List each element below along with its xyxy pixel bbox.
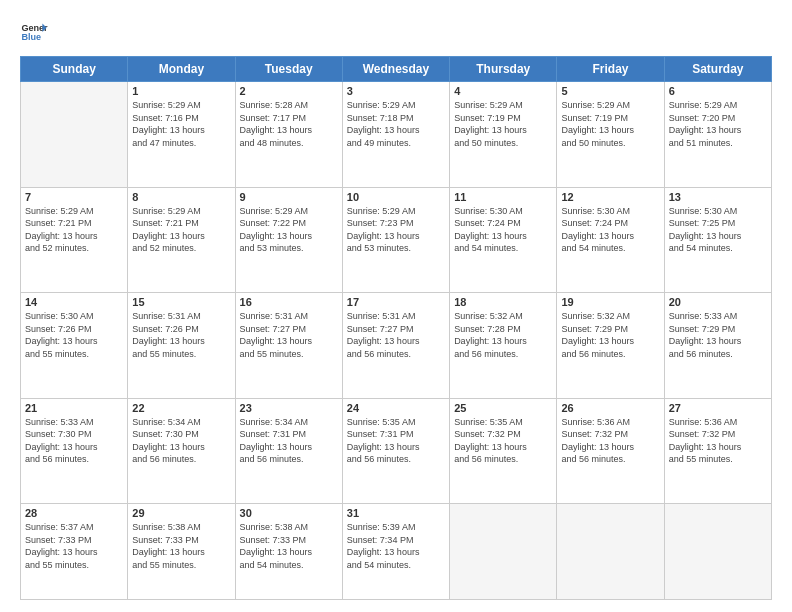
calendar-week-row: 28Sunrise: 5:37 AM Sunset: 7:33 PM Dayli… — [21, 504, 772, 600]
day-info: Sunrise: 5:31 AM Sunset: 7:26 PM Dayligh… — [132, 310, 230, 360]
calendar-cell: 3Sunrise: 5:29 AM Sunset: 7:18 PM Daylig… — [342, 82, 449, 188]
day-number: 6 — [669, 85, 767, 97]
calendar-cell: 30Sunrise: 5:38 AM Sunset: 7:33 PM Dayli… — [235, 504, 342, 600]
header: General Blue — [20, 18, 772, 46]
day-info: Sunrise: 5:38 AM Sunset: 7:33 PM Dayligh… — [240, 521, 338, 571]
weekday-header: Tuesday — [235, 57, 342, 82]
day-number: 1 — [132, 85, 230, 97]
calendar-cell: 29Sunrise: 5:38 AM Sunset: 7:33 PM Dayli… — [128, 504, 235, 600]
calendar-cell: 15Sunrise: 5:31 AM Sunset: 7:26 PM Dayli… — [128, 293, 235, 399]
day-info: Sunrise: 5:30 AM Sunset: 7:25 PM Dayligh… — [669, 205, 767, 255]
day-number: 10 — [347, 191, 445, 203]
calendar-cell: 2Sunrise: 5:28 AM Sunset: 7:17 PM Daylig… — [235, 82, 342, 188]
calendar-cell: 17Sunrise: 5:31 AM Sunset: 7:27 PM Dayli… — [342, 293, 449, 399]
day-number: 8 — [132, 191, 230, 203]
day-info: Sunrise: 5:31 AM Sunset: 7:27 PM Dayligh… — [347, 310, 445, 360]
day-info: Sunrise: 5:29 AM Sunset: 7:19 PM Dayligh… — [561, 99, 659, 149]
calendar-cell: 6Sunrise: 5:29 AM Sunset: 7:20 PM Daylig… — [664, 82, 771, 188]
calendar-cell: 11Sunrise: 5:30 AM Sunset: 7:24 PM Dayli… — [450, 187, 557, 293]
day-number: 17 — [347, 296, 445, 308]
day-number: 22 — [132, 402, 230, 414]
day-number: 23 — [240, 402, 338, 414]
day-info: Sunrise: 5:32 AM Sunset: 7:29 PM Dayligh… — [561, 310, 659, 360]
calendar-cell: 27Sunrise: 5:36 AM Sunset: 7:32 PM Dayli… — [664, 398, 771, 504]
calendar-cell: 8Sunrise: 5:29 AM Sunset: 7:21 PM Daylig… — [128, 187, 235, 293]
weekday-header: Monday — [128, 57, 235, 82]
day-number: 24 — [347, 402, 445, 414]
day-number: 3 — [347, 85, 445, 97]
calendar-cell: 13Sunrise: 5:30 AM Sunset: 7:25 PM Dayli… — [664, 187, 771, 293]
calendar-cell: 1Sunrise: 5:29 AM Sunset: 7:16 PM Daylig… — [128, 82, 235, 188]
weekday-header: Sunday — [21, 57, 128, 82]
calendar-cell: 19Sunrise: 5:32 AM Sunset: 7:29 PM Dayli… — [557, 293, 664, 399]
day-info: Sunrise: 5:35 AM Sunset: 7:31 PM Dayligh… — [347, 416, 445, 466]
calendar-cell: 26Sunrise: 5:36 AM Sunset: 7:32 PM Dayli… — [557, 398, 664, 504]
day-info: Sunrise: 5:29 AM Sunset: 7:21 PM Dayligh… — [132, 205, 230, 255]
logo-icon: General Blue — [20, 18, 48, 46]
calendar-cell: 14Sunrise: 5:30 AM Sunset: 7:26 PM Dayli… — [21, 293, 128, 399]
day-number: 31 — [347, 507, 445, 519]
day-number: 29 — [132, 507, 230, 519]
day-number: 9 — [240, 191, 338, 203]
day-number: 18 — [454, 296, 552, 308]
day-info: Sunrise: 5:32 AM Sunset: 7:28 PM Dayligh… — [454, 310, 552, 360]
day-info: Sunrise: 5:35 AM Sunset: 7:32 PM Dayligh… — [454, 416, 552, 466]
calendar-cell: 12Sunrise: 5:30 AM Sunset: 7:24 PM Dayli… — [557, 187, 664, 293]
calendar-cell: 18Sunrise: 5:32 AM Sunset: 7:28 PM Dayli… — [450, 293, 557, 399]
day-info: Sunrise: 5:38 AM Sunset: 7:33 PM Dayligh… — [132, 521, 230, 571]
day-info: Sunrise: 5:36 AM Sunset: 7:32 PM Dayligh… — [669, 416, 767, 466]
day-number: 13 — [669, 191, 767, 203]
day-number: 15 — [132, 296, 230, 308]
calendar-cell: 23Sunrise: 5:34 AM Sunset: 7:31 PM Dayli… — [235, 398, 342, 504]
calendar-table: SundayMondayTuesdayWednesdayThursdayFrid… — [20, 56, 772, 600]
calendar-cell: 25Sunrise: 5:35 AM Sunset: 7:32 PM Dayli… — [450, 398, 557, 504]
svg-text:Blue: Blue — [21, 32, 41, 42]
day-number: 4 — [454, 85, 552, 97]
calendar-cell: 4Sunrise: 5:29 AM Sunset: 7:19 PM Daylig… — [450, 82, 557, 188]
calendar-cell: 9Sunrise: 5:29 AM Sunset: 7:22 PM Daylig… — [235, 187, 342, 293]
calendar-cell: 31Sunrise: 5:39 AM Sunset: 7:34 PM Dayli… — [342, 504, 449, 600]
day-number: 19 — [561, 296, 659, 308]
calendar-cell — [21, 82, 128, 188]
calendar-cell — [450, 504, 557, 600]
day-number: 5 — [561, 85, 659, 97]
weekday-header: Saturday — [664, 57, 771, 82]
day-info: Sunrise: 5:37 AM Sunset: 7:33 PM Dayligh… — [25, 521, 123, 571]
calendar-cell: 20Sunrise: 5:33 AM Sunset: 7:29 PM Dayli… — [664, 293, 771, 399]
day-info: Sunrise: 5:34 AM Sunset: 7:31 PM Dayligh… — [240, 416, 338, 466]
calendar-week-row: 14Sunrise: 5:30 AM Sunset: 7:26 PM Dayli… — [21, 293, 772, 399]
day-info: Sunrise: 5:30 AM Sunset: 7:24 PM Dayligh… — [561, 205, 659, 255]
weekday-header: Thursday — [450, 57, 557, 82]
weekday-header: Friday — [557, 57, 664, 82]
day-info: Sunrise: 5:28 AM Sunset: 7:17 PM Dayligh… — [240, 99, 338, 149]
day-number: 28 — [25, 507, 123, 519]
calendar-cell — [557, 504, 664, 600]
day-number: 7 — [25, 191, 123, 203]
calendar-header-row: SundayMondayTuesdayWednesdayThursdayFrid… — [21, 57, 772, 82]
page: General Blue SundayMondayTuesdayWednesda… — [0, 0, 792, 612]
day-number: 14 — [25, 296, 123, 308]
day-info: Sunrise: 5:36 AM Sunset: 7:32 PM Dayligh… — [561, 416, 659, 466]
calendar-cell: 5Sunrise: 5:29 AM Sunset: 7:19 PM Daylig… — [557, 82, 664, 188]
day-number: 11 — [454, 191, 552, 203]
calendar-week-row: 1Sunrise: 5:29 AM Sunset: 7:16 PM Daylig… — [21, 82, 772, 188]
calendar-cell: 7Sunrise: 5:29 AM Sunset: 7:21 PM Daylig… — [21, 187, 128, 293]
calendar-week-row: 21Sunrise: 5:33 AM Sunset: 7:30 PM Dayli… — [21, 398, 772, 504]
day-number: 21 — [25, 402, 123, 414]
day-number: 16 — [240, 296, 338, 308]
day-info: Sunrise: 5:29 AM Sunset: 7:19 PM Dayligh… — [454, 99, 552, 149]
day-info: Sunrise: 5:29 AM Sunset: 7:18 PM Dayligh… — [347, 99, 445, 149]
day-number: 26 — [561, 402, 659, 414]
day-info: Sunrise: 5:30 AM Sunset: 7:26 PM Dayligh… — [25, 310, 123, 360]
day-info: Sunrise: 5:33 AM Sunset: 7:30 PM Dayligh… — [25, 416, 123, 466]
day-number: 2 — [240, 85, 338, 97]
day-number: 30 — [240, 507, 338, 519]
logo: General Blue — [20, 18, 48, 46]
calendar-cell: 21Sunrise: 5:33 AM Sunset: 7:30 PM Dayli… — [21, 398, 128, 504]
day-info: Sunrise: 5:30 AM Sunset: 7:24 PM Dayligh… — [454, 205, 552, 255]
day-info: Sunrise: 5:31 AM Sunset: 7:27 PM Dayligh… — [240, 310, 338, 360]
day-info: Sunrise: 5:29 AM Sunset: 7:16 PM Dayligh… — [132, 99, 230, 149]
day-info: Sunrise: 5:29 AM Sunset: 7:21 PM Dayligh… — [25, 205, 123, 255]
day-info: Sunrise: 5:34 AM Sunset: 7:30 PM Dayligh… — [132, 416, 230, 466]
day-info: Sunrise: 5:29 AM Sunset: 7:20 PM Dayligh… — [669, 99, 767, 149]
